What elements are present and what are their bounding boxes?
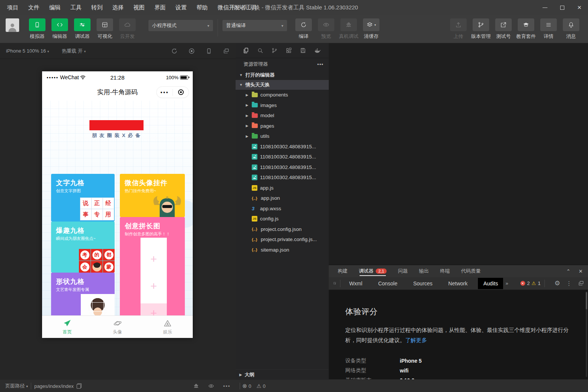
menu-item-5[interactable]: 选择: [107, 4, 128, 11]
tree-item-utils[interactable]: ▶ utils: [236, 131, 329, 142]
debug-tab-问题[interactable]: 问题: [398, 265, 408, 277]
card-avatar-widget[interactable]: 微信头像挂件 热门挂件免费用~: [120, 174, 185, 217]
menu-item-4[interactable]: 转到: [86, 4, 107, 11]
search-icon[interactable]: [257, 47, 263, 54]
hot-reload-toggle[interactable]: 热重载 开 ▾: [62, 48, 86, 54]
more-tabs-icon[interactable]: »: [505, 280, 508, 286]
devtools-tab-Sources[interactable]: Sources: [408, 278, 438, 289]
toolbar-button-云开发[interactable]: 云开发: [116, 18, 139, 40]
tree-item-1108100302.48083915...[interactable]: 1108100302.48083915...: [236, 152, 329, 162]
settings-gear-icon[interactable]: ⚙: [555, 279, 560, 287]
menu-item-7[interactable]: 界面: [150, 4, 171, 11]
devtools-tab-Network[interactable]: Network: [443, 278, 473, 289]
device-frame-icon[interactable]: [206, 48, 212, 54]
toolbar-button-上传[interactable]: 上传: [447, 18, 470, 40]
files-icon[interactable]: [243, 47, 249, 54]
close-button[interactable]: ×: [571, 0, 588, 15]
menu-item-0[interactable]: 项目: [2, 4, 23, 11]
menu-item-3[interactable]: 工具: [65, 4, 86, 11]
docker-whale-icon[interactable]: [314, 47, 320, 54]
multi-window-icon[interactable]: [223, 48, 230, 54]
card-shape-grid[interactable]: 形状九格 文艺青年发图专属: [51, 273, 115, 320]
restart-icon[interactable]: [171, 48, 178, 54]
tree-item-project.config.json[interactable]: {..}project.config.json: [236, 224, 329, 235]
console-counts[interactable]: ✕ 2 ⚠ 1: [520, 280, 541, 286]
menu-item-2[interactable]: 编辑: [44, 4, 65, 11]
toolbar-button-版本管理[interactable]: 版本管理: [470, 18, 492, 40]
tab-首页[interactable]: 首页: [42, 316, 92, 338]
toolbar-button-调试器[interactable]: 调试器: [71, 18, 94, 40]
card-fun-grid[interactable]: 爆趣九格 瞬间成为朋友圈焦点~ 考的都会蒙: [51, 222, 115, 273]
more-icon[interactable]: ●●●: [157, 90, 172, 94]
tree-item-1108100302.48083915...[interactable]: 1108100302.48083915...: [236, 142, 329, 152]
save-icon[interactable]: [300, 47, 306, 54]
tree-item-app.wxss[interactable]: 3app.wxss: [236, 204, 329, 214]
tree-item-1108100302.48083915...[interactable]: 1108100302.48083915...: [236, 172, 329, 183]
toolbar-button-消息[interactable]: 消息: [560, 18, 582, 40]
debug-tab-输出[interactable]: 输出: [419, 265, 429, 277]
toolbar-button-预览[interactable]: 预览: [315, 18, 337, 40]
section-open-editors[interactable]: ▼ 打开的编辑器: [236, 70, 329, 80]
tree-item-images[interactable]: ▶ images: [236, 100, 329, 111]
learn-more-link[interactable]: 了解更多: [405, 337, 427, 343]
promo-banner[interactable]: [89, 120, 144, 130]
collapse-panel-icon[interactable]: ⌃: [566, 268, 570, 274]
more-actions-icon[interactable]: •••: [317, 62, 323, 67]
toolbar-button-编辑器[interactable]: 编辑器: [48, 18, 71, 40]
inspect-element-icon[interactable]: [333, 280, 336, 286]
device-select[interactable]: iPhone 5 100% 16 ▾: [6, 48, 49, 54]
scrollbar[interactable]: [586, 291, 587, 377]
menu-item-8[interactable]: 设置: [171, 4, 192, 11]
maximize-button[interactable]: [553, 0, 571, 15]
menu-item-9[interactable]: 帮助: [192, 4, 213, 11]
toolbar-button-真机调试[interactable]: 真机调试: [337, 18, 360, 40]
debug-tab-代码质量[interactable]: 代码质量: [461, 265, 481, 277]
toolbar-button-模拟器[interactable]: 模拟器: [26, 18, 48, 40]
debug-tab-终端[interactable]: 终端: [440, 265, 450, 277]
menu-item-6[interactable]: 视图: [128, 4, 150, 11]
toolbar-button-教育套件[interactable]: 教育套件: [515, 18, 537, 40]
outline-section[interactable]: ▶ 大纲: [236, 369, 329, 379]
tree-item-1108100302.48083915...[interactable]: 1108100302.48083915...: [236, 162, 329, 173]
tree-item-model[interactable]: ▶ model: [236, 110, 329, 121]
tree-item-app.js[interactable]: JSapp.js: [236, 183, 329, 193]
capsule-menu[interactable]: ●●●: [156, 86, 189, 98]
record-icon[interactable]: [188, 48, 195, 54]
toolbar-button-测试号[interactable]: 测试号: [492, 18, 515, 40]
tree-item-sitemap.json[interactable]: {..}sitemap.json: [236, 245, 329, 255]
copy-icon[interactable]: [77, 383, 82, 389]
status-error-count[interactable]: ⊗0: [242, 383, 251, 389]
toolbar-button-清缓存[interactable]: ▾ 清缓存: [360, 18, 382, 40]
close-panel-icon[interactable]: ✕: [579, 268, 583, 274]
kebab-menu-icon[interactable]: ⋮: [566, 280, 572, 287]
tree-item-app.json[interactable]: {..}app.json: [236, 193, 329, 204]
menu-item-1[interactable]: 文件: [23, 4, 44, 11]
tree-item-components[interactable]: ▶ components: [236, 90, 329, 100]
debug-tab-构建[interactable]: 构建: [338, 265, 348, 277]
bug-icon[interactable]: [193, 383, 199, 389]
extensions-icon[interactable]: [286, 47, 292, 54]
devtools-tab-Wxml[interactable]: Wxml: [344, 278, 367, 289]
source-control-icon[interactable]: [271, 47, 278, 54]
toolbar-button-可视化[interactable]: 可视化: [94, 18, 116, 40]
compile-select[interactable]: 普通编译 ▾: [222, 20, 287, 31]
debug-tab-调试器[interactable]: 调试器2,1: [359, 265, 387, 277]
toolbar-button-详情[interactable]: 详情: [537, 18, 560, 40]
tab-头像[interactable]: 头像: [92, 316, 143, 338]
section-project-root[interactable]: ▼ 情头天天换: [236, 80, 329, 90]
dock-side-icon[interactable]: [578, 280, 584, 286]
tree-item-project.private.config.js...[interactable]: {..}project.private.config.js...: [236, 234, 329, 245]
toolbar-button-编译[interactable]: 编译: [292, 18, 315, 40]
tree-item-pages[interactable]: ▶ pages: [236, 121, 329, 131]
minimize-button[interactable]: [536, 0, 553, 15]
status-warning-count[interactable]: ⚠0: [257, 383, 266, 389]
ellipsis-icon[interactable]: •••: [223, 383, 231, 389]
eye-icon[interactable]: [208, 383, 214, 389]
page-path-dropdown[interactable]: 页面路径 ▾: [5, 383, 28, 389]
card-long-image[interactable]: 创意拼长图 制作创意多图的高手！！ + + + 展示图: [120, 217, 185, 332]
mode-select[interactable]: 小程序模式 ▾: [148, 20, 213, 31]
close-target-icon[interactable]: [173, 89, 189, 95]
devtools-tab-Audits[interactable]: Audits: [478, 278, 503, 289]
card-text-grid[interactable]: 文字九格 创意文字拼图 说正经事专用: [51, 174, 115, 222]
tab-娱乐[interactable]: 娱乐: [142, 316, 193, 338]
